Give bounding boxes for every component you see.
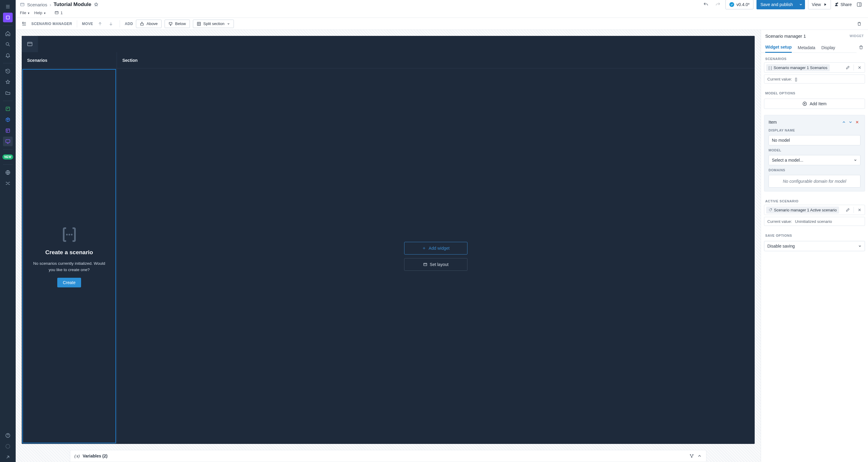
- widget-canvas: Scenarios Create a scenario No scenarios…: [22, 36, 755, 444]
- avatar-icon[interactable]: [3, 441, 13, 451]
- monitor-icon[interactable]: [3, 137, 13, 146]
- tab-metadata[interactable]: Metadata: [798, 45, 815, 53]
- tab-indicator[interactable]: 1: [55, 10, 63, 15]
- collapse-sidebar-icon[interactable]: [20, 20, 28, 28]
- variables-label: Variables (2): [83, 454, 107, 458]
- tab-display[interactable]: Display: [821, 45, 835, 53]
- svg-point-22: [691, 457, 692, 458]
- home-icon[interactable]: [3, 29, 13, 38]
- item-move-up-icon[interactable]: [841, 119, 847, 125]
- edit-icon[interactable]: [844, 64, 851, 71]
- brackets-icon: [60, 225, 79, 244]
- view-button[interactable]: View: [808, 0, 831, 9]
- save-publish-button[interactable]: Save and publish: [756, 0, 796, 9]
- left-rail: NEW: [0, 0, 16, 462]
- display-name-input[interactable]: [769, 135, 861, 145]
- model-select[interactable]: Select a model...: [769, 155, 861, 165]
- svg-rect-3: [6, 129, 10, 133]
- favorite-star-icon[interactable]: [94, 2, 98, 7]
- model-item-card: Item DISPLAY NAME MODEL Select a model..…: [764, 115, 865, 192]
- help-menu[interactable]: Help ▼: [34, 10, 46, 15]
- file-menu[interactable]: File ▼: [20, 10, 30, 15]
- cube-icon[interactable]: [3, 115, 13, 124]
- help-icon[interactable]: [3, 431, 13, 440]
- item-delete-icon[interactable]: [854, 119, 861, 125]
- svg-rect-4: [6, 140, 10, 143]
- svg-rect-11: [55, 11, 59, 14]
- check-icon: [730, 2, 734, 7]
- delete-widget-icon[interactable]: [857, 43, 866, 52]
- search-icon[interactable]: [3, 39, 13, 49]
- add-item-button[interactable]: Add Item: [764, 98, 865, 109]
- globe-icon[interactable]: [3, 168, 13, 177]
- external-icon[interactable]: [3, 452, 13, 462]
- close-icon[interactable]: [856, 207, 863, 213]
- add-below-button[interactable]: Below: [164, 20, 190, 28]
- save-publish-dropdown[interactable]: [797, 0, 805, 9]
- folder-icon[interactable]: [3, 88, 13, 98]
- window-icon: [20, 2, 25, 7]
- variables-icon: (𝑥): [74, 454, 80, 459]
- panel-subtitle: WIDGET: [849, 34, 864, 38]
- section-toolbar: SCENARIO MANAGER MOVE ADD Above Below Sp…: [16, 18, 868, 30]
- active-chip[interactable]: Scenario manager 1 Active scenario: [766, 207, 839, 213]
- svg-point-7: [7, 436, 8, 437]
- save-options-label: SAVE OPTIONS: [761, 230, 868, 239]
- scenario-manager-label: SCENARIO MANAGER: [31, 22, 72, 26]
- redo-button[interactable]: [713, 0, 722, 9]
- share-button[interactable]: Share: [834, 2, 852, 7]
- star-icon[interactable]: [3, 77, 13, 87]
- menu-icon[interactable]: [3, 2, 13, 11]
- display-name-label: DISPLAY NAME: [769, 128, 861, 132]
- variables-bar[interactable]: (𝑥) Variables (2): [70, 450, 707, 462]
- empty-body: No scenarios currently initialized. Woul…: [30, 261, 108, 273]
- model-options-label: MODEL OPTIONS: [761, 87, 868, 97]
- domains-label: DOMAINS: [769, 168, 861, 172]
- add-widget-button[interactable]: Add widget: [404, 242, 467, 255]
- branch-icon[interactable]: [689, 454, 694, 458]
- undo-button[interactable]: [701, 0, 710, 9]
- header: Scenarios › Tutorial Module v0.4.0* Save…: [16, 0, 868, 18]
- svg-point-1: [6, 42, 9, 45]
- active-current-value: Current value: Uninitialized scenario: [764, 217, 865, 226]
- set-layout-button[interactable]: Set layout: [404, 258, 467, 271]
- version-button[interactable]: v0.4.0*: [725, 0, 754, 9]
- scenarios-binding-row: [·] Scenario manager 1 Scenarios: [764, 62, 865, 73]
- bell-icon[interactable]: [3, 50, 13, 60]
- layout-icon[interactable]: [3, 126, 13, 136]
- item-move-down-icon[interactable]: [847, 119, 854, 125]
- edit-icon[interactable]: [844, 207, 851, 213]
- widget-type-icon: [22, 36, 38, 52]
- save-options-select[interactable]: Disable saving: [764, 241, 865, 251]
- shuffle-icon[interactable]: [3, 178, 13, 188]
- panel-title: Scenario manager 1: [765, 33, 806, 38]
- close-icon[interactable]: [856, 64, 863, 71]
- svg-rect-2: [6, 107, 10, 111]
- split-section-button[interactable]: Split section: [193, 20, 234, 28]
- model-label: MODEL: [769, 148, 861, 152]
- tab-widget-setup[interactable]: Widget setup: [765, 45, 792, 53]
- panel-toggle-icon[interactable]: [855, 0, 864, 9]
- empty-title: Create a scenario: [45, 249, 93, 256]
- active-scenario-label: ACTIVE SCENARIO: [761, 195, 868, 205]
- delete-section-icon[interactable]: [855, 19, 864, 28]
- app-logo-icon[interactable]: [3, 13, 13, 22]
- scenarios-column-header: Scenarios: [22, 52, 117, 68]
- create-button[interactable]: Create: [57, 278, 81, 287]
- svg-rect-15: [28, 42, 32, 46]
- add-label: ADD: [125, 22, 133, 26]
- brackets-small-icon: [·]: [769, 65, 772, 70]
- breadcrumb-root[interactable]: Scenarios: [27, 2, 47, 7]
- scenarios-chip[interactable]: [·] Scenario manager 1 Scenarios: [766, 64, 830, 71]
- move-up-button[interactable]: [96, 20, 104, 28]
- svg-point-8: [6, 444, 10, 449]
- svg-point-16: [66, 234, 67, 235]
- svg-point-21: [692, 455, 693, 455]
- svg-rect-12: [141, 23, 144, 25]
- add-above-button[interactable]: Above: [136, 20, 161, 28]
- chevron-up-icon[interactable]: [697, 454, 702, 458]
- move-down-button[interactable]: [107, 20, 115, 28]
- checklist-icon[interactable]: [3, 104, 13, 114]
- history-icon[interactable]: [3, 66, 13, 76]
- svg-point-24: [771, 209, 772, 210]
